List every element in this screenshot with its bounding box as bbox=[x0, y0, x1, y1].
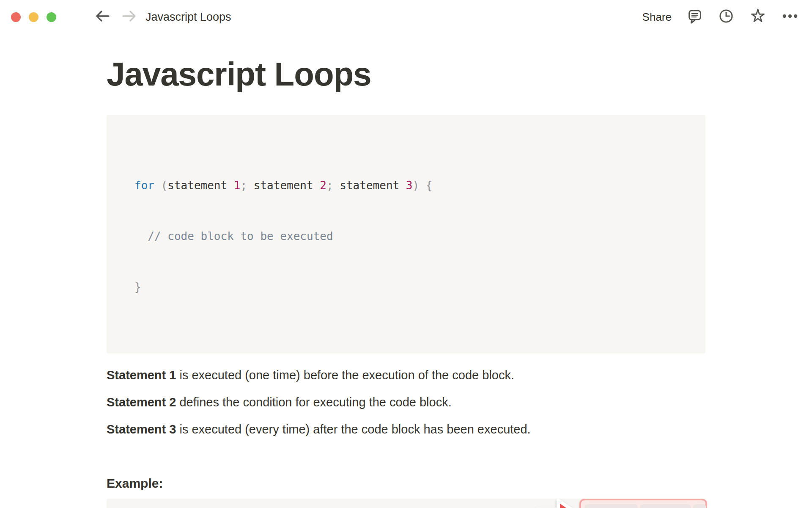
ellipsis-icon bbox=[782, 8, 798, 26]
statement-1-paragraph: Statement 1 is executed (one time) befor… bbox=[107, 367, 705, 383]
statement-2-paragraph: Statement 2 defines the condition for ex… bbox=[107, 395, 705, 410]
star-icon bbox=[749, 8, 766, 26]
annotation-arrow-icon bbox=[534, 495, 581, 508]
code-line: for (statement 1; statement 2; statement… bbox=[134, 177, 678, 194]
window-controls bbox=[11, 12, 56, 22]
code-block-example: JavaScript for (i = 0; i < 5; i++) { tex… bbox=[107, 499, 705, 508]
more-button[interactable] bbox=[782, 8, 798, 26]
minimize-button[interactable] bbox=[29, 12, 38, 22]
comments-button[interactable] bbox=[687, 8, 703, 26]
zoom-button[interactable] bbox=[47, 12, 56, 22]
forward-button[interactable] bbox=[121, 8, 137, 25]
updates-button[interactable] bbox=[718, 8, 734, 26]
code-toolbar-highlight: Copy Caption bbox=[579, 499, 707, 508]
titlebar-page-title: Javascript Loops bbox=[145, 11, 231, 24]
back-arrow-icon bbox=[95, 8, 111, 25]
example-label: Example: bbox=[107, 475, 705, 492]
favorite-button[interactable] bbox=[749, 8, 766, 26]
document-page: Javascript Loops for (statement 1; state… bbox=[107, 57, 705, 508]
forward-arrow-icon bbox=[121, 8, 137, 25]
code-line: } bbox=[134, 279, 678, 295]
copy-button[interactable]: Copy bbox=[585, 504, 638, 508]
code-block-syntax: for (statement 1; statement 2; statement… bbox=[107, 115, 705, 353]
clock-icon bbox=[718, 8, 734, 26]
code-line: // code block to be executed bbox=[134, 228, 678, 245]
statement-3-paragraph: Statement 3 is executed (every time) aft… bbox=[107, 422, 705, 437]
comment-bubble-icon bbox=[687, 8, 703, 26]
sidebar-toggle-button[interactable] bbox=[69, 11, 85, 22]
page-title: Javascript Loops bbox=[107, 57, 705, 91]
back-button[interactable] bbox=[95, 8, 111, 25]
more-options-button[interactable] bbox=[693, 504, 706, 508]
window-titlebar: Javascript Loops Share bbox=[0, 0, 812, 34]
close-button[interactable] bbox=[11, 12, 21, 22]
share-button[interactable]: Share bbox=[642, 11, 672, 24]
caption-button[interactable]: Caption bbox=[640, 504, 691, 508]
